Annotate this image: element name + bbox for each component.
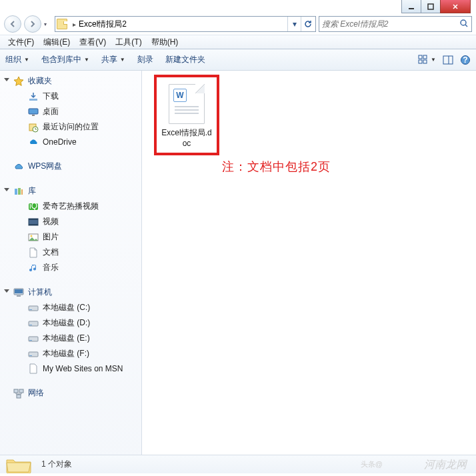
chevron-right-icon: ▸	[73, 21, 76, 28]
status-bar: 1 个对象	[0, 455, 476, 473]
desktop-icon	[28, 107, 39, 117]
file-item[interactable]: W Excel情报局.doc	[154, 75, 219, 155]
svg-rect-28	[17, 295, 21, 297]
share-button[interactable]: 共享▼	[101, 54, 125, 65]
sidebar-item-music[interactable]: 音乐	[0, 260, 141, 275]
svg-rect-39	[17, 395, 21, 398]
favorites-header[interactable]: 收藏夹	[0, 73, 141, 89]
preview-pane-button[interactable]	[443, 55, 453, 65]
sidebar-item-drive-d[interactable]: 本地磁盘 (D:)	[0, 315, 141, 331]
address-dropdown[interactable]: ▾	[287, 17, 301, 31]
svg-point-25	[31, 235, 33, 237]
body-area: 收藏夹 下载 桌面 最近访问的位置 OneDrive WPS网盘 库 iQ爱奇艺	[0, 71, 476, 473]
svg-rect-22	[29, 219, 38, 220]
annotation-text: 注：文档中包括2页	[222, 159, 331, 175]
window-controls	[402, 0, 471, 13]
network-header[interactable]: 网络	[0, 385, 141, 401]
libraries-header[interactable]: 库	[0, 183, 141, 199]
drive-icon	[28, 318, 39, 329]
include-in-library-button[interactable]: 包含到库中▼	[41, 54, 89, 65]
burn-button[interactable]: 刻录	[137, 54, 153, 65]
menu-tools[interactable]: 工具(T)	[111, 35, 145, 49]
wps-header[interactable]: WPS网盘	[0, 159, 141, 174]
svg-rect-27	[15, 289, 23, 293]
svg-rect-36	[29, 355, 32, 356]
svg-rect-3	[419, 55, 422, 59]
svg-rect-30	[29, 309, 32, 310]
sidebar-item-downloads[interactable]: 下载	[0, 89, 141, 104]
menu-view[interactable]: 查看(V)	[75, 35, 110, 49]
svg-rect-6	[423, 60, 427, 63]
new-folder-button[interactable]: 新建文件夹	[165, 54, 205, 65]
close-button[interactable]	[440, 0, 471, 13]
back-button[interactable]	[4, 15, 21, 33]
word-badge-icon: W	[173, 89, 187, 102]
watermark-side: 头条@	[361, 459, 383, 469]
svg-rect-38	[19, 389, 23, 393]
search-box[interactable]	[319, 16, 472, 32]
maximize-button[interactable]	[421, 0, 441, 13]
menu-file[interactable]: 文件(F)	[4, 35, 38, 49]
sidebar-item-videos[interactable]: 视频	[0, 214, 141, 229]
computer-header[interactable]: 计算机	[0, 285, 141, 300]
sidebar-item-pictures[interactable]: 图片	[0, 229, 141, 245]
music-icon	[28, 263, 39, 273]
disclose-icon[interactable]	[4, 78, 9, 81]
organize-button[interactable]: 组织▼	[5, 54, 29, 65]
svg-rect-37	[14, 389, 18, 393]
page-icon	[28, 363, 39, 374]
svg-rect-11	[29, 99, 37, 101]
sidebar-item-onedrive[interactable]: OneDrive	[0, 135, 141, 149]
iqiyi-icon: iQ	[28, 201, 39, 212]
help-button[interactable]: ?	[460, 55, 471, 65]
onedrive-icon	[28, 137, 39, 147]
tree[interactable]: 收藏夹 下载 桌面 最近访问的位置 OneDrive WPS网盘 库 iQ爱奇艺	[0, 71, 141, 473]
navigation-pane: 收藏夹 下载 桌面 最近访问的位置 OneDrive WPS网盘 库 iQ爱奇艺	[0, 71, 142, 473]
sidebar-item-documents[interactable]: 文档	[0, 245, 141, 260]
recent-icon	[28, 122, 39, 133]
cloud-icon	[13, 161, 24, 172]
sidebar-item-msn-sites[interactable]: My Web Sites on MSN	[0, 361, 141, 376]
folder-icon	[57, 19, 67, 29]
favorites-label: 收藏夹	[28, 75, 52, 87]
disclose-icon[interactable]	[4, 289, 9, 293]
address-text: Excel情报局2	[79, 19, 287, 30]
search-icon[interactable]	[459, 19, 469, 30]
svg-rect-34	[29, 340, 32, 341]
title-bar	[0, 0, 476, 13]
sidebar-item-drive-c[interactable]: 本地磁盘 (C:)	[0, 300, 141, 315]
toolbar: 组织▼ 包含到库中▼ 共享▼ 刻录 新建文件夹 ▼ ?	[0, 49, 476, 71]
menu-help[interactable]: 帮助(H)	[147, 35, 183, 49]
svg-rect-13	[32, 115, 35, 116]
video-icon	[28, 217, 39, 227]
search-input[interactable]	[322, 19, 459, 29]
status-count: 1 个对象	[41, 459, 72, 470]
sidebar-item-iqiyi[interactable]: iQ爱奇艺热播视频	[0, 199, 141, 214]
content-pane[interactable]: W Excel情报局.doc 注：文档中包括2页	[142, 71, 476, 473]
network-icon	[13, 388, 24, 399]
sidebar-item-recent[interactable]: 最近访问的位置	[0, 119, 141, 135]
navigation-row: ▾ ▸ Excel情报局2 ▾	[0, 13, 476, 35]
drive-icon	[28, 349, 39, 359]
view-options-button[interactable]: ▼	[418, 55, 436, 65]
file-thumbnail: W	[169, 84, 205, 124]
forward-button[interactable]	[24, 15, 41, 33]
svg-rect-1	[428, 4, 433, 9]
svg-rect-0	[409, 8, 414, 9]
sidebar-item-drive-f[interactable]: 本地磁盘 (F:)	[0, 346, 141, 361]
svg-rect-17	[18, 188, 21, 195]
disclose-icon[interactable]	[4, 188, 9, 191]
computer-icon	[13, 287, 24, 298]
sidebar-item-drive-e[interactable]: 本地磁盘 (E:)	[0, 331, 141, 346]
minimize-button[interactable]	[401, 0, 421, 13]
svg-point-2	[461, 20, 466, 25]
address-bar[interactable]: ▸ Excel情报局2 ▾	[55, 16, 316, 32]
svg-rect-16	[15, 189, 17, 195]
menu-edit[interactable]: 编辑(E)	[39, 35, 74, 49]
refresh-button[interactable]	[301, 17, 314, 31]
drive-icon	[28, 303, 39, 313]
sidebar-item-desktop[interactable]: 桌面	[0, 104, 141, 119]
nav-history-dropdown[interactable]: ▾	[44, 21, 52, 27]
svg-rect-7	[443, 56, 453, 64]
menu-bar: 文件(F) 编辑(E) 查看(V) 工具(T) 帮助(H)	[0, 35, 476, 49]
